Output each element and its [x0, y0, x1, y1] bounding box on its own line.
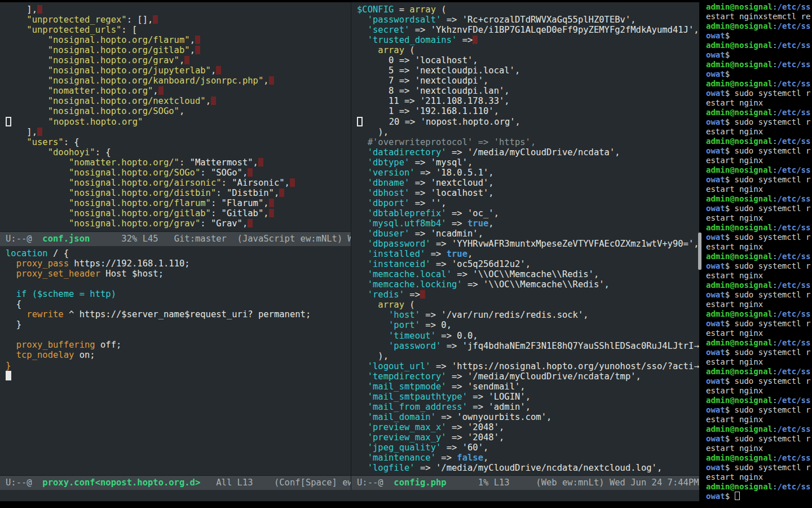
code-text: => '', — [409, 198, 446, 208]
code-text: admin@nosignal — [706, 367, 773, 376]
code-text: on; — [74, 350, 95, 360]
code-text: admin@nosignal — [706, 482, 773, 491]
editor-window-config-php[interactable]: $CONFIG = array ( 'passwordsalt' => 'Rc+… — [351, 2, 700, 475]
code-text: admin@nosignal — [706, 252, 773, 261]
code-text: 'instanceid' — [368, 259, 431, 269]
code-line: "nomatter.hopto.org/": "Mattermost", — [6, 157, 351, 168]
code-text: $ — [725, 31, 730, 40]
code-line: 'preview_max_x' => '2048', — [357, 422, 700, 432]
code-text: => — [436, 453, 457, 463]
code-text: ( — [404, 300, 415, 310]
code-text: ( — [436, 5, 447, 15]
code-text — [357, 157, 368, 168]
terminal-line: owat$ sudo systemctl r — [706, 319, 812, 329]
code-text — [6, 86, 48, 96]
code-text — [357, 239, 368, 249]
code-text: 'logout_url' — [368, 361, 431, 371]
code-text: $ sudo systemctl r — [725, 376, 811, 386]
modeline-info: All L13 (Conf[Space] ew: — [200, 478, 356, 488]
code-line: "nosignal.hopto.org/distbin": "Distbin", — [6, 188, 351, 198]
terminal-line: owat$ sudo systemctl r — [706, 146, 812, 156]
editor-window-conf-json[interactable]: ], "unprotected_regex": [], "unprotected… — [0, 2, 351, 231]
code-text: => '/var/run/redis/redis.sock', — [420, 310, 589, 320]
code-text: Host $host; — [100, 269, 164, 279]
code-text: : "Gitlab", — [211, 208, 269, 218]
code-line: 11 => '211.108.178.33', — [357, 96, 700, 106]
code-text: off; — [95, 340, 122, 350]
terminal-line: owat$ sudo systemctl r — [706, 233, 812, 242]
terminal-line: owat$ — [706, 492, 812, 501]
terminal-line: owat$ — [706, 69, 812, 79]
code-text: => 'mysql', — [409, 157, 473, 168]
code-text: true — [447, 249, 467, 259]
code-text — [6, 45, 48, 55]
code-text: 'logfile' — [368, 463, 415, 473]
code-text: => 'admin', — [467, 402, 531, 412]
terminal-pane[interactable]: admin@nosignal:/etc/ssestart nginxstemct… — [699, 0, 812, 508]
code-text: 'dbuser' — [368, 229, 410, 239]
code-line: 'password' => 'jfq4bdhaNEm2F3N1E8hQ7YauS… — [357, 341, 700, 351]
code-text: => 0, — [420, 320, 452, 330]
code-line: "unprotected_regex": [], — [6, 15, 351, 25]
code-text: , — [206, 96, 211, 106]
code-text: 8 => 'nextcloudpi.lan', — [357, 86, 510, 96]
code-text — [357, 45, 378, 55]
code-text: : [], — [127, 15, 153, 25]
code-line: "nosignal.hopto.org/grav", — [6, 55, 351, 65]
code-text — [357, 188, 368, 198]
code-text: owat — [706, 434, 725, 443]
terminal-line: owat$ sudo systemctl r — [706, 204, 812, 213]
code-line: 'version' => '18.0.5.1', — [357, 168, 700, 178]
terminal-line: admin@nosignal:/etc/ss — [706, 108, 812, 117]
code-line: "nosignal.hopto.org/grav": "Grav", — [6, 218, 351, 229]
terminal-scrollbar-thumb[interactable] — [698, 233, 701, 270]
code-text: admin@nosignal — [706, 396, 773, 405]
code-text: /etc/ss — [777, 41, 810, 50]
code-text: admin@nosignal — [706, 424, 773, 433]
terminal-line: estart nginx — [706, 415, 812, 424]
code-text — [6, 55, 48, 65]
block-cursor — [6, 371, 11, 380]
modeline-state: U:--@ — [357, 478, 394, 488]
code-line: 0 => 'localhost', — [357, 55, 700, 65]
code-line: 20 => 'nopost.hopto.org', — [357, 117, 700, 127]
code-line: 'preview_max_y' => '2048', — [357, 432, 700, 443]
code-text: "doohoyi" — [48, 147, 95, 157]
code-text: owat — [706, 233, 725, 242]
code-text: 'mail_smtpmode' — [368, 382, 447, 392]
trailing-whitespace-marker — [258, 158, 263, 167]
code-text: => 'YkhznvFDe/i1BP7G1ALqeD0eFf9pyZEMYFg2… — [409, 25, 699, 35]
code-text: 'passwordsalt' — [368, 15, 442, 25]
code-text: : "Grav", — [200, 218, 248, 229]
terminal-line: owat$ — [706, 50, 812, 60]
terminal-line: admin@nosignal:/etc/ss — [706, 367, 812, 376]
code-text: estart nginx — [706, 386, 763, 395]
code-line — [6, 371, 351, 381]
code-text — [6, 269, 16, 279]
code-text: ), — [357, 127, 389, 137]
terminal-line: owat$ sudo systemctl r — [706, 434, 812, 444]
code-line: 8 => 'nextcloudpi.lan', — [357, 86, 700, 96]
trailing-whitespace-marker — [248, 168, 253, 177]
code-line: if ($scheme = http) — [6, 289, 351, 299]
code-text: "nosignal.hopto.org/kanboard/jsonrpc.php… — [48, 76, 264, 86]
terminal-line: estart nginx — [706, 98, 812, 108]
code-text — [6, 350, 16, 360]
editor-window-proxy-conf[interactable]: location / { proxy_pass https://192.168.… — [0, 246, 351, 475]
code-text — [357, 168, 368, 178]
code-text: "nosignal.hopto.org/SOGo" — [48, 106, 179, 116]
code-text: admin@nosignal — [706, 41, 773, 50]
code-text — [357, 443, 368, 453]
code-line: "nosignal.hopto.org/flarum": "Flarum", — [6, 198, 351, 208]
code-text — [357, 310, 389, 320]
code-text: owat — [706, 492, 725, 501]
code-text: , — [467, 249, 473, 259]
code-text — [357, 279, 368, 290]
code-text — [6, 259, 16, 269]
code-text: : [ — [121, 25, 137, 35]
modeline-buffer-name: proxy.conf<nopost.hopto.org.d> — [42, 478, 200, 488]
trailing-whitespace-marker — [420, 290, 425, 299]
code-line: 'secret' => 'YkhznvFDe/i1BP7G1ALqeD0eFf9… — [357, 25, 700, 35]
code-text: 'jpeg_quality' — [368, 443, 442, 453]
terminal-line: admin@nosignal:/etc/ss — [706, 396, 812, 405]
